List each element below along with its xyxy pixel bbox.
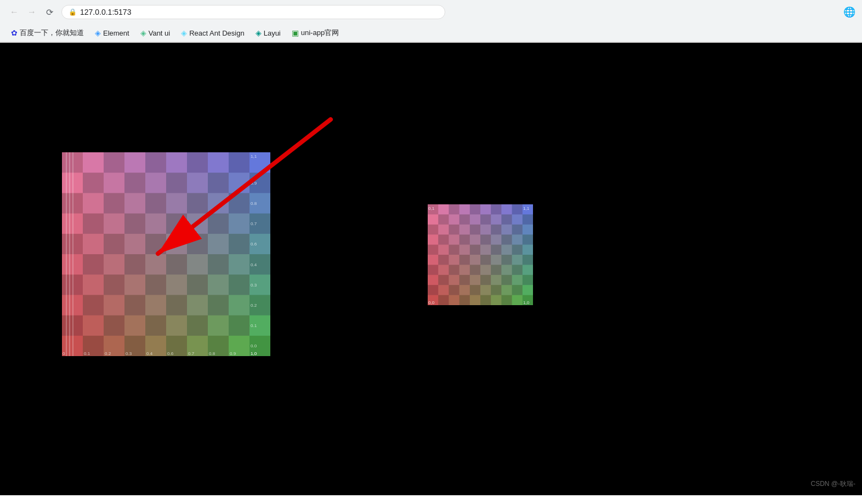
bookmark-element-label: Element (103, 29, 129, 37)
react-icon: ◈ (181, 28, 187, 37)
baidu-icon: ✿ (11, 28, 18, 37)
reload-button[interactable]: ⟳ (42, 4, 57, 20)
bookmark-layui[interactable]: ◈ Layui (251, 27, 285, 39)
vant-icon: ◈ (140, 28, 146, 37)
bookmark-vant[interactable]: ◈ Vant ui (136, 27, 175, 39)
layui-icon: ◈ (256, 28, 262, 37)
bookmark-layui-label: Layui (264, 29, 281, 37)
bookmark-react[interactable]: ◈ React Ant Design (177, 27, 248, 39)
nav-buttons: ← → ⟳ (7, 4, 57, 20)
bookmarks-bar: ✿ 百度一下，你就知道 ◈ Element ◈ Vant ui ◈ React … (0, 24, 862, 42)
bookmark-baidu[interactable]: ✿ 百度一下，你就知道 (7, 26, 88, 39)
bookmark-uniapp[interactable]: ▣ uni-app官网 (287, 26, 343, 39)
forward-button[interactable]: → (24, 4, 39, 20)
browser-toolbar: ← → ⟳ 🔒 🌐 (0, 0, 862, 24)
address-input[interactable] (80, 8, 438, 16)
back-button[interactable]: ← (7, 4, 22, 20)
address-bar[interactable]: 🔒 (61, 5, 445, 19)
color-grid-small (428, 204, 533, 305)
translate-button[interactable]: 🌐 (843, 6, 855, 18)
lock-icon: 🔒 (69, 8, 77, 16)
bookmark-react-label: React Ant Design (189, 29, 244, 37)
bookmark-element[interactable]: ◈ Element (90, 27, 134, 39)
uniapp-icon: ▣ (292, 28, 299, 37)
color-grid-large (62, 152, 270, 356)
browser-chrome: ← → ⟳ 🔒 🌐 ✿ 百度一下，你就知道 ◈ Element ◈ Vant u… (0, 0, 862, 43)
csdn-watermark: CSDN @-耿瑞- (810, 479, 855, 489)
bookmark-vant-label: Vant ui (149, 29, 171, 37)
bookmark-baidu-label: 百度一下，你就知道 (20, 28, 84, 38)
page-content: CSDN @-耿瑞- (0, 43, 862, 495)
element-icon: ◈ (95, 28, 101, 37)
bookmark-uniapp-label: uni-app官网 (301, 28, 339, 38)
